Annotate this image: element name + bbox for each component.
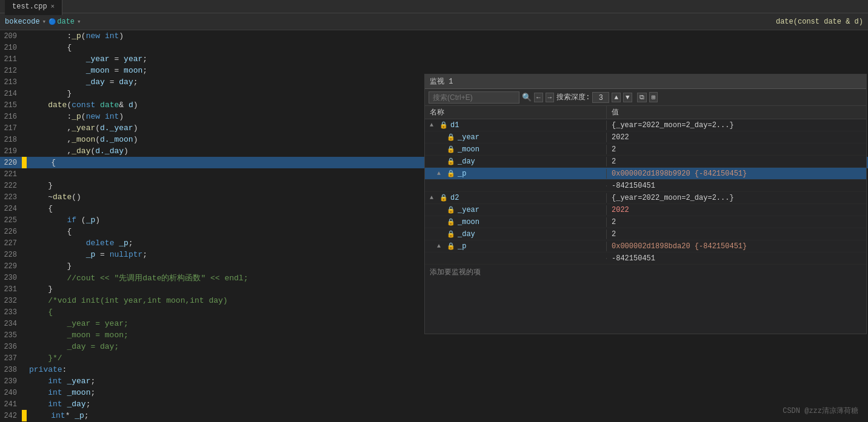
watch-row-name-d2-p: ▲ 🔒 _p	[425, 242, 607, 251]
watch-row-value-d2-year: 2022	[607, 205, 634, 215]
watch-row-value-d2-moon: 2	[607, 217, 621, 227]
lock-icon: 🔒	[447, 133, 455, 141]
watch-search-input[interactable]	[429, 91, 519, 104]
watch-row-d1-moon[interactable]: 🔒 _moon 2	[425, 143, 866, 156]
breadcrumb-sep1: ▾	[42, 18, 47, 25]
watch-row-name-d2-day: 🔒 _day	[425, 229, 607, 239]
watch-row-d2-p[interactable]: ▲ 🔒 _p 0x000002d1898bda20 {-842150451}	[425, 240, 866, 252]
expand-icon[interactable]: ▲	[430, 122, 437, 128]
watch-row-name-d1: ▲ 🔒 d1	[425, 120, 607, 130]
breadcrumb-sep2: ▾	[77, 18, 81, 25]
lock-icon: 🔒	[447, 242, 455, 250]
table-row: 239 int _year;	[0, 375, 868, 387]
watch-column-headers: 名称 值	[425, 106, 866, 119]
expand-icon[interactable]: ▲	[430, 194, 437, 201]
watch-row-d2[interactable]: ▲ 🔒 d2 {_year=2022_moon=2_day=2...}	[425, 192, 866, 204]
lock-icon: 🔒	[447, 218, 455, 226]
watch-row-d1-day[interactable]: 🔒 _day 2	[425, 156, 866, 168]
col-name-header: 名称	[425, 106, 607, 119]
table-row: 240 int _moon;	[0, 387, 868, 398]
lock-icon: 🔒	[447, 145, 455, 153]
watch-row-d1-p-val: -842150451	[425, 180, 866, 192]
breadcrumb-class: date	[57, 18, 75, 26]
search-depth-label: 搜索深度:	[556, 92, 590, 102]
watch-row-name-d2-year: 🔒 _year	[425, 205, 607, 215]
watch-row-value-d1-year: 2022	[607, 133, 634, 142]
watch-row-name-d1-moon: 🔒 _moon	[425, 145, 607, 154]
watch-copy-btn[interactable]: ⧉	[637, 93, 647, 102]
lock-icon: 🔒	[439, 194, 448, 202]
watch-panel-title: 监视 1	[425, 74, 866, 89]
tab-bar: test.cpp ×	[0, 0, 868, 13]
watch-row-value-d2-p-val: -842150451	[607, 254, 660, 263]
table-row: 210 {	[0, 42, 868, 53]
watch-row-value-d1: {_year=2022_moon=2_day=2...}	[607, 120, 739, 130]
watch-row-name-d1-year: 🔒 _year	[425, 133, 607, 142]
search-back-btn[interactable]: ←	[534, 93, 543, 102]
watch-row-value-d1-p: 0x000002d1898b9920 {-842150451}	[607, 169, 752, 179]
watch-row-value-d2: {_year=2022_moon=2_day=2...}	[607, 193, 739, 203]
file-tab[interactable]: test.cpp ×	[5, 0, 62, 15]
watch-row-name-d1-p-val	[425, 185, 607, 186]
watch-row-d2-p-val: -842150451	[425, 252, 866, 265]
add-watch-item[interactable]: 添加要监视的项	[425, 265, 866, 280]
watch-row-d2-day[interactable]: 🔒 _day 2	[425, 228, 866, 240]
lock-icon: 🔒	[447, 170, 455, 177]
watch-row-value-d1-day: 2	[607, 157, 621, 166]
breadcrumb-method: date(const date & d)	[776, 18, 863, 26]
watch-row-d1[interactable]: ▲ 🔒 d1 {_year=2022_moon=2_day=2...}	[425, 119, 866, 131]
watch-row-name-d2-p-val	[425, 258, 607, 259]
watermark: CSDN @zzz清凉薄荷糖	[783, 406, 858, 416]
watch-row-name-d1-day: 🔒 _day	[425, 157, 607, 166]
main-toolbar: bokecode ▾ 🔵 date ▾ date(const date & d)	[0, 13, 868, 30]
watch-rows-container: ▲ 🔒 d1 {_year=2022_moon=2_day=2...} 🔒 _y…	[425, 119, 866, 334]
watch-row-name-d2-moon: 🔒 _moon	[425, 217, 607, 227]
table-row: 209 :_p(new int)	[0, 30, 868, 42]
file-tab-label: test.cpp	[12, 2, 47, 11]
watch-panel: 监视 1 🔍 ← → 搜索深度: ▲ ▼ ⧉ ⊞ 名称 值 ▲ 🔒 d1 {_y…	[424, 74, 867, 334]
lock-icon: 🔒	[447, 206, 455, 214]
watch-row-value-d1-moon: 2	[607, 145, 621, 154]
watch-row-d2-year[interactable]: 🔒 _year 2022	[425, 204, 866, 216]
close-icon[interactable]: ×	[51, 3, 55, 10]
watch-toolbar: 🔍 ← → 搜索深度: ▲ ▼ ⧉ ⊞	[425, 89, 866, 106]
watch-row-d2-moon[interactable]: 🔒 _moon 2	[425, 216, 866, 228]
expand-icon[interactable]: ▲	[437, 243, 444, 249]
col-value-header: 值	[607, 106, 624, 119]
search-icon: 🔍	[522, 93, 532, 102]
table-row: 237 }*/	[0, 352, 868, 364]
watch-row-d1-p[interactable]: ▲ 🔒 _p 0x000002d1898b9920 {-842150451}	[425, 168, 866, 180]
expand-icon[interactable]: ▲	[437, 170, 444, 177]
depth-up-btn[interactable]: ▲	[612, 93, 621, 102]
watch-row-name-d1-p: ▲ 🔒 _p	[425, 169, 607, 179]
table-row: 242 int* _p;	[0, 410, 868, 421]
watch-row-name-d2: ▲ 🔒 d2	[425, 193, 607, 203]
lock-icon: 🔒	[439, 121, 448, 129]
search-fwd-btn[interactable]: →	[546, 93, 555, 102]
table-row: 236 _day = day;	[0, 341, 868, 352]
table-row: 241 int _day;	[0, 398, 868, 410]
watch-row-d1-year[interactable]: 🔒 _year 2022	[425, 131, 866, 143]
breadcrumb-icon: 🔵	[48, 18, 56, 25]
table-row: 238 private:	[0, 364, 868, 375]
watch-row-value-d2-p: 0x000002d1898bda20 {-842150451}	[607, 242, 752, 251]
lock-icon: 🔒	[447, 230, 455, 238]
depth-input[interactable]	[592, 92, 609, 103]
depth-down-btn[interactable]: ▼	[623, 93, 632, 102]
table-row: 211 _year = year;	[0, 53, 868, 65]
breadcrumb-file: bokecode	[5, 18, 40, 26]
lock-icon: 🔒	[447, 157, 455, 165]
watch-row-value-d1-p-val: -842150451	[607, 181, 660, 191]
watch-expand-btn[interactable]: ⊞	[649, 92, 658, 102]
watch-row-value-d2-day: 2	[607, 229, 621, 239]
